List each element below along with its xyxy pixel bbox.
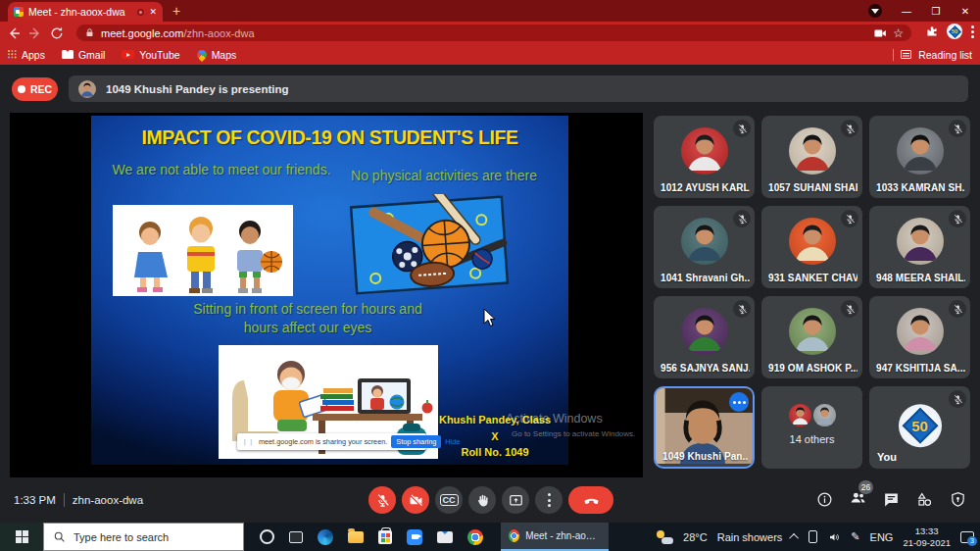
- volume-icon[interactable]: [827, 531, 841, 543]
- mic-toggle-button[interactable]: [368, 486, 396, 514]
- meeting-details-icon[interactable]: [816, 491, 833, 508]
- participant-tile[interactable]: 1057 SUHANI SHAH: [761, 116, 862, 198]
- taskbar-active-window[interactable]: Meet - zhn-aoox-d...: [501, 523, 609, 551]
- kids-clipart-image: [113, 205, 293, 296]
- chrome-menu-icon[interactable]: [971, 25, 974, 38]
- sports-clipart-image: [336, 194, 522, 297]
- others-tile[interactable]: 14 others: [761, 386, 862, 469]
- bookmark-star-icon[interactable]: ☆: [893, 26, 904, 40]
- url-text[interactable]: meet.google.com/zhn-aoox-dwa: [101, 27, 867, 39]
- more-options-button[interactable]: [535, 486, 563, 514]
- cortana-icon[interactable]: [260, 529, 274, 544]
- share-message: meet.google.com is sharing your screen.: [259, 437, 387, 446]
- pause-sharing-icon[interactable]: ❘❘: [242, 438, 255, 446]
- address-bar[interactable]: meet.google.com/zhn-aoox-dwa ☆: [76, 25, 911, 41]
- chrome-tab-strip: Meet - zhn-aoox-dwa ✕ + — ❐ ✕: [0, 0, 980, 22]
- tab-close-icon[interactable]: ✕: [149, 8, 157, 17]
- tile-options-icon[interactable]: [729, 392, 749, 412]
- divider: [893, 49, 894, 61]
- taskbar-clock[interactable]: 13:33 21-09-2021: [903, 526, 951, 549]
- file-explorer-icon[interactable]: [348, 531, 364, 543]
- reload-icon[interactable]: [49, 25, 65, 41]
- avatar: [897, 218, 944, 265]
- people-panel-button[interactable]: 26: [850, 489, 866, 510]
- zoom-app-icon[interactable]: [407, 529, 422, 545]
- tab-recording-indicator-icon: [137, 9, 144, 16]
- captions-button[interactable]: CC: [435, 486, 463, 514]
- bookmarks-bar: Apps Gmail YouTube Maps Reading list: [0, 44, 980, 65]
- avatar: [897, 127, 944, 175]
- avatar: [681, 218, 728, 265]
- notification-center-icon[interactable]: 3: [960, 531, 974, 543]
- window-minimize-button[interactable]: —: [892, 0, 921, 22]
- desktop-screenshot: Meet - zhn-aoox-dwa ✕ + — ❐ ✕ meet.googl…: [0, 0, 980, 551]
- start-button[interactable]: [0, 523, 43, 551]
- language-indicator[interactable]: ENG: [870, 531, 894, 543]
- forward-icon[interactable]: [27, 25, 43, 41]
- clock-label: 1:33 PM: [14, 494, 56, 506]
- participant-tile[interactable]: 1041 Shravani Gh...: [654, 206, 755, 288]
- bookmark-youtube[interactable]: YouTube: [122, 49, 179, 61]
- lock-icon: [84, 27, 95, 38]
- bookmark-apps[interactable]: Apps: [8, 49, 45, 61]
- participant-name: 1012 AYUSH KARL...: [661, 182, 750, 193]
- pen-icon[interactable]: ✎: [851, 530, 859, 543]
- window-maximize-button[interactable]: ❐: [921, 0, 951, 22]
- window-close-button[interactable]: ✕: [951, 0, 980, 22]
- you-tile[interactable]: 50 You: [869, 386, 970, 469]
- extensions-puzzle-icon[interactable]: [926, 25, 938, 37]
- mail-icon[interactable]: [437, 531, 453, 543]
- chrome-icon[interactable]: [467, 529, 483, 545]
- meeting-code-label: zhn-aoox-dwa: [73, 494, 143, 506]
- bookmark-gmail[interactable]: Gmail: [62, 49, 105, 61]
- mic-muted-icon: [949, 120, 966, 137]
- participant-tile[interactable]: 956 SAJNYA SANJ...: [654, 296, 755, 378]
- activities-icon[interactable]: [916, 491, 933, 508]
- chat-panel-icon[interactable]: [883, 491, 900, 508]
- host-controls-icon[interactable]: [950, 491, 966, 508]
- mic-muted-icon: [949, 300, 966, 318]
- participant-count-badge: 26: [858, 480, 873, 494]
- divider: [64, 493, 65, 507]
- tab-search-icon[interactable]: [868, 4, 882, 18]
- participant-tile[interactable]: 1033 KAMRAN SH...: [869, 116, 970, 198]
- weather-icon[interactable]: [657, 530, 673, 544]
- reading-list-icon: [901, 50, 911, 59]
- present-screen-button[interactable]: [502, 486, 529, 514]
- tab-sharing-camera-icon[interactable]: [873, 26, 887, 40]
- participant-name: 947 KSHITIJA SA...: [876, 363, 965, 374]
- weather-desc[interactable]: Rain showers: [717, 531, 783, 543]
- participant-name: 1033 KAMRAN SH...: [876, 182, 965, 193]
- weather-temp[interactable]: 28°C: [683, 531, 708, 543]
- participant-tile[interactable]: 931 SANKET CHAV...: [761, 206, 862, 288]
- edge-icon[interactable]: [318, 529, 333, 545]
- back-icon[interactable]: [6, 25, 22, 41]
- microsoft-store-icon[interactable]: [378, 530, 392, 544]
- self-video-tile[interactable]: 1049 Khushi Pan...: [654, 386, 755, 469]
- bookmark-maps[interactable]: Maps: [197, 49, 237, 61]
- device-icon[interactable]: [808, 530, 817, 543]
- participant-tile[interactable]: 919 OM ASHOK P...: [761, 296, 862, 378]
- leave-call-button[interactable]: [568, 486, 613, 514]
- camera-toggle-button[interactable]: [402, 486, 429, 514]
- hide-share-bar-button[interactable]: Hide: [445, 437, 460, 446]
- participant-name: 1041 Shravani Gh...: [661, 273, 750, 283]
- task-view-icon[interactable]: [289, 531, 303, 543]
- stop-sharing-button[interactable]: Stop sharing: [391, 435, 441, 448]
- tray-expand-icon[interactable]: [789, 533, 799, 543]
- participant-tile[interactable]: 948 MEERA SHAIL...: [869, 206, 970, 288]
- taskbar-search-box[interactable]: Type here to search: [43, 523, 244, 551]
- activate-windows-watermark: Activate Windows: [506, 412, 603, 426]
- participant-tile[interactable]: 947 KSHITIJA SA...: [869, 296, 970, 378]
- you-label: You: [877, 451, 897, 463]
- raise-hand-button[interactable]: [468, 486, 496, 514]
- participant-tile[interactable]: 1012 AYUSH KARL...: [654, 116, 755, 198]
- profile-avatar[interactable]: 50: [947, 24, 962, 39]
- reading-list-label[interactable]: Reading list: [918, 49, 972, 61]
- slide-point-1: We are not able to meet our friends.: [99, 161, 344, 179]
- new-tab-button[interactable]: +: [172, 3, 180, 19]
- browser-tab-meet[interactable]: Meet - zhn-aoox-dwa ✕: [8, 2, 163, 22]
- slide-title: IMPACT OF COVID-19 ON STUDENT'S LIFE: [91, 126, 568, 149]
- mic-muted-icon: [733, 210, 751, 227]
- maps-icon: [195, 47, 209, 61]
